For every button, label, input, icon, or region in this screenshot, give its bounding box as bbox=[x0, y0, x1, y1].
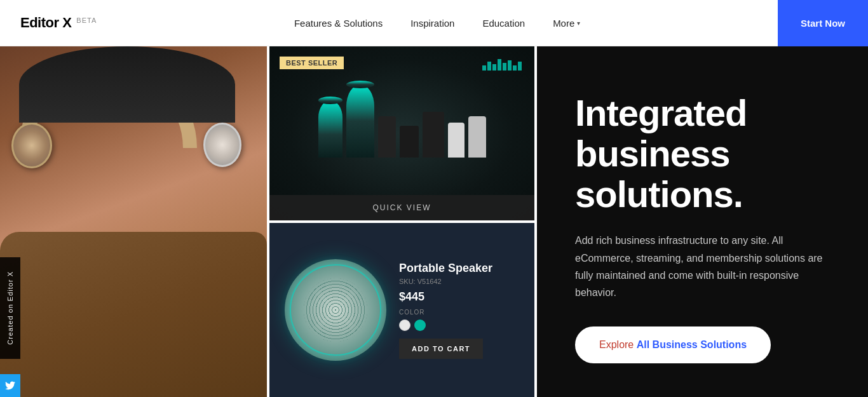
navbar: Editor X BETA Features & Solutions Inspi… bbox=[0, 0, 868, 46]
cylinder-6 bbox=[448, 123, 465, 158]
product-name: Portable Speaker bbox=[399, 262, 534, 275]
hero-image-panel: Created on Editor X bbox=[0, 46, 267, 397]
twitter-icon[interactable] bbox=[0, 374, 20, 397]
color-swatch-teal[interactable] bbox=[414, 320, 426, 331]
chart-bar bbox=[498, 59, 501, 71]
product-sku: SKU: V51642 bbox=[399, 278, 534, 285]
side-label-text: Created on Editor X bbox=[6, 271, 14, 345]
cylinder-4 bbox=[400, 126, 419, 158]
chart-bar bbox=[482, 65, 486, 71]
featured-product-panel: BEST SELLER bbox=[269, 46, 534, 223]
start-now-button[interactable]: Start Now bbox=[778, 0, 868, 46]
quick-view-label: QUICK VIEW bbox=[372, 203, 431, 212]
cylinder-3 bbox=[378, 116, 396, 158]
speaker-image bbox=[285, 259, 386, 361]
color-swatch-white[interactable] bbox=[399, 320, 410, 331]
subtext: Add rich business infrastructure to any … bbox=[575, 232, 836, 301]
chart-bar bbox=[513, 65, 517, 71]
nav-education[interactable]: Education bbox=[468, 0, 539, 46]
nav-links: Features & Solutions Inspiration Educati… bbox=[280, 0, 594, 46]
headline: Integrated business solutions. bbox=[575, 93, 836, 214]
cylinder-7 bbox=[468, 116, 486, 158]
nav-more[interactable]: More ▾ bbox=[539, 0, 594, 46]
cylinder-5 bbox=[423, 112, 444, 158]
nav-features-solutions[interactable]: Features & Solutions bbox=[280, 0, 397, 46]
cylinder-2 bbox=[346, 84, 374, 158]
chevron-down-icon: ▾ bbox=[577, 20, 580, 27]
speaker-details: Portable Speaker SKU: V51642 $445 COLOR … bbox=[386, 262, 534, 359]
speaker-grille bbox=[304, 278, 367, 342]
nav-inspiration[interactable]: Inspiration bbox=[397, 0, 468, 46]
product-price: $445 bbox=[399, 290, 534, 304]
mini-chart bbox=[482, 59, 522, 71]
color-label: COLOR bbox=[399, 309, 534, 316]
headphones-image bbox=[0, 46, 267, 397]
chart-bar bbox=[518, 62, 522, 71]
chart-bar bbox=[508, 60, 512, 71]
logo-beta: BETA bbox=[76, 17, 97, 24]
color-swatches bbox=[399, 320, 534, 331]
cylinder-1 bbox=[318, 100, 342, 158]
chart-bar bbox=[503, 63, 506, 71]
chart-bar bbox=[487, 62, 491, 71]
chart-bar bbox=[492, 64, 496, 71]
add-to-cart-button[interactable]: ADD TO CART bbox=[399, 339, 483, 359]
logo[interactable]: Editor X BETA bbox=[0, 15, 97, 31]
explore-button[interactable]: Explore All Business Solutions bbox=[575, 326, 771, 363]
quick-view-bar[interactable]: QUICK VIEW bbox=[269, 195, 534, 220]
explore-btn-bold-text: All Business Solutions bbox=[637, 339, 747, 350]
editor-x-side-label: Created on Editor X bbox=[0, 257, 20, 359]
explore-btn-normal-text: Explore bbox=[599, 339, 637, 350]
logo-text: Editor X bbox=[20, 15, 71, 31]
speaker-product-panel: Portable Speaker SKU: V51642 $445 COLOR … bbox=[269, 223, 534, 397]
product-visualization bbox=[269, 46, 534, 220]
main-content: Created on Editor X BEST SELLER bbox=[0, 46, 868, 397]
right-content-panel: Integrated business solutions. Add rich … bbox=[537, 46, 868, 397]
middle-panels: BEST SELLER bbox=[267, 46, 537, 397]
cylinder-objects bbox=[318, 84, 486, 183]
best-seller-badge: BEST SELLER bbox=[280, 57, 344, 69]
